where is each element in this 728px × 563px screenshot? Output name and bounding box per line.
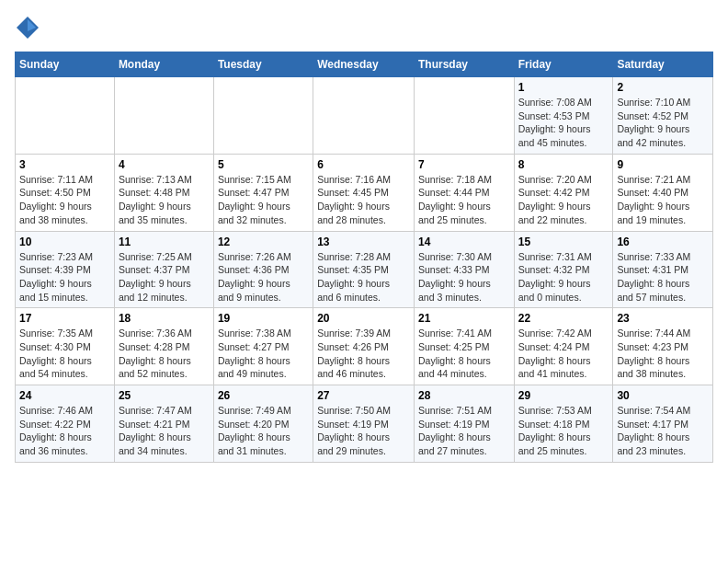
calendar-day-cell: 25Sunrise: 7:47 AM Sunset: 4:21 PM Dayli… xyxy=(114,385,213,463)
day-info: Sunrise: 7:13 AM Sunset: 4:48 PM Dayligh… xyxy=(119,173,210,227)
calendar-day-cell: 17Sunrise: 7:35 AM Sunset: 4:30 PM Dayli… xyxy=(16,308,115,385)
weekday-header: Tuesday xyxy=(213,52,313,77)
day-number: 14 xyxy=(418,236,510,248)
logo-icon xyxy=(15,15,40,40)
calendar-day-cell xyxy=(16,77,115,155)
day-number: 21 xyxy=(418,312,510,325)
day-number: 24 xyxy=(19,389,110,402)
day-number: 30 xyxy=(617,389,709,402)
day-number: 5 xyxy=(218,158,309,171)
weekday-header: Thursday xyxy=(414,52,514,77)
weekday-header: Saturday xyxy=(613,52,713,77)
day-number: 9 xyxy=(617,158,709,171)
day-info: Sunrise: 7:21 AM Sunset: 4:40 PM Dayligh… xyxy=(617,173,709,227)
logo xyxy=(15,15,44,40)
day-info: Sunrise: 7:36 AM Sunset: 4:28 PM Dayligh… xyxy=(119,327,210,381)
calendar-day-cell: 14Sunrise: 7:30 AM Sunset: 4:33 PM Dayli… xyxy=(414,231,514,308)
calendar-day-cell xyxy=(213,77,313,155)
calendar-day-cell: 28Sunrise: 7:51 AM Sunset: 4:19 PM Dayli… xyxy=(414,385,514,463)
day-number: 27 xyxy=(317,389,410,402)
calendar-day-cell: 29Sunrise: 7:53 AM Sunset: 4:18 PM Dayli… xyxy=(514,385,613,463)
calendar-week-row: 24Sunrise: 7:46 AM Sunset: 4:22 PM Dayli… xyxy=(16,385,713,463)
day-number: 22 xyxy=(518,312,609,325)
day-number: 4 xyxy=(119,158,210,171)
calendar-week-row: 17Sunrise: 7:35 AM Sunset: 4:30 PM Dayli… xyxy=(16,308,713,385)
day-number: 19 xyxy=(218,312,309,325)
day-info: Sunrise: 7:54 AM Sunset: 4:17 PM Dayligh… xyxy=(617,404,709,458)
day-info: Sunrise: 7:35 AM Sunset: 4:30 PM Dayligh… xyxy=(19,327,110,381)
day-info: Sunrise: 7:46 AM Sunset: 4:22 PM Dayligh… xyxy=(19,404,110,458)
day-number: 23 xyxy=(617,312,709,325)
calendar-day-cell: 7Sunrise: 7:18 AM Sunset: 4:44 PM Daylig… xyxy=(414,154,514,231)
day-number: 2 xyxy=(617,81,709,94)
day-number: 10 xyxy=(19,236,110,248)
calendar-day-cell: 10Sunrise: 7:23 AM Sunset: 4:39 PM Dayli… xyxy=(16,231,115,308)
day-info: Sunrise: 7:11 AM Sunset: 4:50 PM Dayligh… xyxy=(19,173,110,227)
day-info: Sunrise: 7:44 AM Sunset: 4:23 PM Dayligh… xyxy=(617,327,709,381)
day-info: Sunrise: 7:38 AM Sunset: 4:27 PM Dayligh… xyxy=(218,327,309,381)
day-info: Sunrise: 7:25 AM Sunset: 4:37 PM Dayligh… xyxy=(119,250,210,304)
calendar-day-cell xyxy=(114,77,213,155)
weekday-header: Wednesday xyxy=(313,52,415,77)
calendar-day-cell: 24Sunrise: 7:46 AM Sunset: 4:22 PM Dayli… xyxy=(16,385,115,463)
calendar-day-cell: 8Sunrise: 7:20 AM Sunset: 4:42 PM Daylig… xyxy=(514,154,613,231)
day-number: 28 xyxy=(418,389,510,402)
calendar-day-cell: 1Sunrise: 7:08 AM Sunset: 4:53 PM Daylig… xyxy=(514,77,613,155)
calendar-day-cell: 12Sunrise: 7:26 AM Sunset: 4:36 PM Dayli… xyxy=(213,231,313,308)
calendar-day-cell xyxy=(313,77,415,155)
day-info: Sunrise: 7:28 AM Sunset: 4:35 PM Dayligh… xyxy=(317,250,410,304)
day-info: Sunrise: 7:42 AM Sunset: 4:24 PM Dayligh… xyxy=(518,327,609,381)
page-header xyxy=(15,15,713,40)
day-number: 25 xyxy=(119,389,210,402)
calendar-day-cell: 11Sunrise: 7:25 AM Sunset: 4:37 PM Dayli… xyxy=(114,231,213,308)
day-info: Sunrise: 7:08 AM Sunset: 4:53 PM Dayligh… xyxy=(518,96,609,150)
day-number: 6 xyxy=(317,158,410,171)
day-number: 13 xyxy=(317,236,410,248)
day-number: 20 xyxy=(317,312,410,325)
calendar-table: SundayMondayTuesdayWednesdayThursdayFrid… xyxy=(15,52,713,463)
calendar-day-cell xyxy=(414,77,514,155)
weekday-header: Monday xyxy=(114,52,213,77)
day-number: 3 xyxy=(19,158,110,171)
calendar-day-cell: 2Sunrise: 7:10 AM Sunset: 4:52 PM Daylig… xyxy=(613,77,713,155)
calendar-day-cell: 30Sunrise: 7:54 AM Sunset: 4:17 PM Dayli… xyxy=(613,385,713,463)
day-info: Sunrise: 7:26 AM Sunset: 4:36 PM Dayligh… xyxy=(218,250,309,304)
weekday-header-row: SundayMondayTuesdayWednesdayThursdayFrid… xyxy=(16,52,713,77)
day-info: Sunrise: 7:47 AM Sunset: 4:21 PM Dayligh… xyxy=(119,404,210,458)
calendar-day-cell: 19Sunrise: 7:38 AM Sunset: 4:27 PM Dayli… xyxy=(213,308,313,385)
weekday-header: Sunday xyxy=(16,52,115,77)
calendar-day-cell: 26Sunrise: 7:49 AM Sunset: 4:20 PM Dayli… xyxy=(213,385,313,463)
calendar-day-cell: 3Sunrise: 7:11 AM Sunset: 4:50 PM Daylig… xyxy=(16,154,115,231)
calendar-day-cell: 6Sunrise: 7:16 AM Sunset: 4:45 PM Daylig… xyxy=(313,154,415,231)
day-number: 18 xyxy=(119,312,210,325)
calendar-day-cell: 4Sunrise: 7:13 AM Sunset: 4:48 PM Daylig… xyxy=(114,154,213,231)
day-number: 15 xyxy=(518,236,609,248)
day-info: Sunrise: 7:50 AM Sunset: 4:19 PM Dayligh… xyxy=(317,404,410,458)
day-number: 7 xyxy=(418,158,510,171)
day-info: Sunrise: 7:39 AM Sunset: 4:26 PM Dayligh… xyxy=(317,327,410,381)
calendar-week-row: 3Sunrise: 7:11 AM Sunset: 4:50 PM Daylig… xyxy=(16,154,713,231)
day-info: Sunrise: 7:23 AM Sunset: 4:39 PM Dayligh… xyxy=(19,250,110,304)
day-number: 17 xyxy=(19,312,110,325)
calendar-day-cell: 15Sunrise: 7:31 AM Sunset: 4:32 PM Dayli… xyxy=(514,231,613,308)
day-info: Sunrise: 7:31 AM Sunset: 4:32 PM Dayligh… xyxy=(518,250,609,304)
day-info: Sunrise: 7:18 AM Sunset: 4:44 PM Dayligh… xyxy=(418,173,510,227)
calendar-day-cell: 13Sunrise: 7:28 AM Sunset: 4:35 PM Dayli… xyxy=(313,231,415,308)
calendar-week-row: 1Sunrise: 7:08 AM Sunset: 4:53 PM Daylig… xyxy=(16,77,713,155)
calendar-week-row: 10Sunrise: 7:23 AM Sunset: 4:39 PM Dayli… xyxy=(16,231,713,308)
calendar-day-cell: 23Sunrise: 7:44 AM Sunset: 4:23 PM Dayli… xyxy=(613,308,713,385)
calendar-day-cell: 21Sunrise: 7:41 AM Sunset: 4:25 PM Dayli… xyxy=(414,308,514,385)
calendar-day-cell: 16Sunrise: 7:33 AM Sunset: 4:31 PM Dayli… xyxy=(613,231,713,308)
calendar-day-cell: 27Sunrise: 7:50 AM Sunset: 4:19 PM Dayli… xyxy=(313,385,415,463)
day-info: Sunrise: 7:15 AM Sunset: 4:47 PM Dayligh… xyxy=(218,173,309,227)
day-number: 26 xyxy=(218,389,309,402)
day-number: 29 xyxy=(518,389,609,402)
day-number: 12 xyxy=(218,236,309,248)
weekday-header: Friday xyxy=(514,52,613,77)
day-info: Sunrise: 7:41 AM Sunset: 4:25 PM Dayligh… xyxy=(418,327,510,381)
day-info: Sunrise: 7:33 AM Sunset: 4:31 PM Dayligh… xyxy=(617,250,709,304)
day-info: Sunrise: 7:20 AM Sunset: 4:42 PM Dayligh… xyxy=(518,173,609,227)
calendar-day-cell: 5Sunrise: 7:15 AM Sunset: 4:47 PM Daylig… xyxy=(213,154,313,231)
day-info: Sunrise: 7:16 AM Sunset: 4:45 PM Dayligh… xyxy=(317,173,410,227)
day-number: 11 xyxy=(119,236,210,248)
